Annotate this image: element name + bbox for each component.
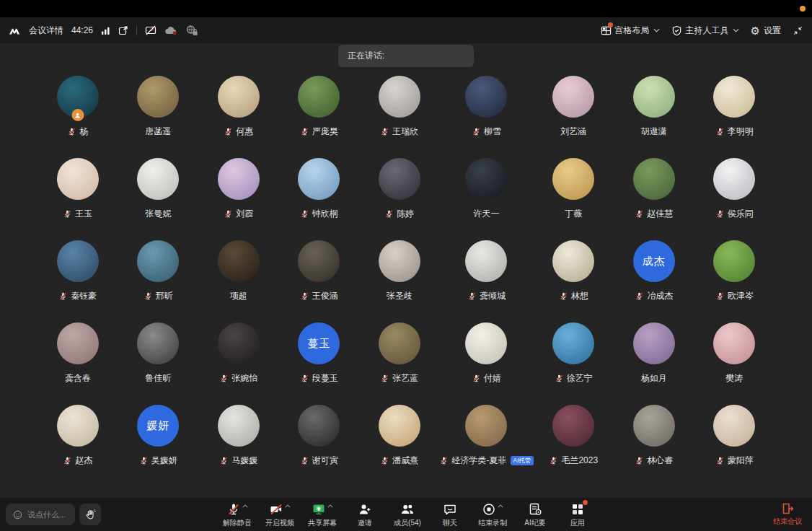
participant-cell[interactable]: 潘威熹 [359,405,439,487]
participant-cell[interactable]: 邢昕 [118,240,198,322]
participant-cell[interactable]: 蔓玉段蔓玉 [278,322,359,405]
raise-hand-button[interactable] [79,504,101,525]
end-recording-button[interactable]: 结束录制 [475,501,511,528]
layout-button[interactable]: 宫格布局 [601,25,660,37]
participant-cell[interactable]: 何惠 [198,76,279,158]
meeting-window: 会议详情 44:26 [0,0,812,531]
participants-grid: 杨唐菡遥何惠严庞昊王瑞欣柳雪刘艺涵胡遨潇李明明王玉张曼妮刘霞钟欣桐陈婷许天一丁薇… [0,43,812,498]
participant-cell[interactable]: 丁薇 [534,158,614,240]
unmute-button[interactable]: 解除静音 [219,501,255,528]
participant-cell[interactable]: 柳雪 [439,76,533,158]
ai-notes-button[interactable]: AI纪要 [517,501,553,528]
participant-cell[interactable]: 唐菡遥 [118,76,198,158]
participant-name: 胡遨潇 [641,126,667,138]
participant-name: 蒙阳萍 [728,455,754,467]
participant-cell[interactable]: 钟欣桐 [278,158,359,240]
participant-cell[interactable]: 付婧 [439,322,533,405]
participant-cell[interactable]: 秦钰豪 [37,240,118,322]
participant-name-row: 林想 [559,290,588,302]
participant-cell[interactable]: 侯乐同 [694,158,775,240]
participant-cell[interactable]: 王俊涵 [278,240,359,322]
participant-cell[interactable]: 徐艺宁 [534,322,614,405]
avatar [57,322,99,364]
participant-name: 项超 [230,290,247,302]
participant-cell[interactable]: 张艺蓝 [359,322,439,405]
members-button[interactable]: 成员(54) [389,501,425,528]
record-icon [482,502,496,517]
participant-cell[interactable]: 林心睿 [614,405,694,487]
end-meeting-button[interactable]: 结束会议 [773,501,802,527]
start-video-button[interactable]: 开启视频 [262,501,298,528]
participant-name-row: 毛兰2023 [549,455,598,467]
participant-cell[interactable]: 刘艺涵 [534,76,614,158]
screen-top-strip [0,0,812,17]
participant-name-row: 付婧 [472,372,501,385]
participant-cell[interactable]: 严庞昊 [278,76,359,158]
participant-cell[interactable]: 项超 [198,240,279,322]
participant-cell[interactable]: 谢可寅 [278,405,359,487]
participant-cell[interactable]: 王瑞欣 [359,76,439,158]
participant-name: 陈婷 [397,208,414,220]
network-signal-icon[interactable] [101,26,110,35]
participant-cell[interactable]: 马媛媛 [198,405,279,487]
participant-cell[interactable]: 刘霞 [198,158,279,240]
settings-button[interactable]: ⚙ 设置 [751,25,781,37]
chevron-up-icon[interactable] [285,504,291,508]
participant-cell[interactable]: 成杰冶成杰 [614,240,694,322]
participant-cell[interactable]: 媛妍吴媛妍 [118,405,198,487]
invite-button[interactable]: 邀请 [347,501,383,528]
participant-name: 钟欣桐 [312,208,338,220]
host-tools-button[interactable]: 主持人工具 [671,25,739,37]
participant-cell[interactable]: 王玉 [37,158,118,240]
participant-cell[interactable]: 张圣歧 [359,240,439,322]
participant-name-row: 王玉 [63,208,92,220]
participant-name-row: 刘艺涵 [560,126,586,138]
chevron-up-icon[interactable] [242,504,248,508]
meeting-details-link[interactable]: 会议详情 [29,25,63,37]
popout-window-icon[interactable] [118,25,128,35]
chevron-down-icon [653,28,660,32]
participant-cell[interactable]: 李明明 [694,76,775,158]
mic-muted-icon [635,209,644,219]
avatar [552,322,594,364]
participant-cell[interactable]: 杨如月 [614,322,694,405]
chat-button[interactable]: 聊天 [432,501,468,528]
participant-cell[interactable]: 林想 [534,240,614,322]
participant-name-row: 马媛媛 [219,455,257,467]
participant-cell[interactable]: 杨 [37,76,118,158]
interpretation-lock-icon[interactable] [185,25,198,36]
participant-name: 王俊涵 [312,290,338,302]
chevron-up-icon[interactable] [327,504,333,508]
avatar [137,158,179,200]
whiteboard-disabled-icon[interactable] [145,25,156,36]
participant-cell[interactable]: 樊涛 [694,322,775,405]
participant-cell[interactable]: 赵佳慧 [614,158,694,240]
raised-hand-icon [84,509,97,521]
participant-cell[interactable]: 毛兰2023 [534,405,614,487]
chevron-up-icon[interactable] [498,504,503,508]
quick-message-input[interactable]: 说点什么... [6,504,75,525]
participant-cell[interactable]: 张曼妮 [118,158,198,240]
participant-cell[interactable]: 龚含春 [37,322,118,405]
share-screen-button[interactable]: 共享屏幕 [304,501,340,528]
toolbar-button-label: 结束录制 [478,518,507,528]
participant-cell[interactable]: 陈婷 [359,158,439,240]
participant-cell[interactable]: 经济学类-夏菲AI托管 [439,405,533,487]
participant-cell[interactable]: 欧津岑 [694,240,775,322]
participant-cell[interactable]: 许天一 [439,158,533,240]
apps-button[interactable]: 应用 [560,501,596,528]
exit-fullscreen-icon[interactable] [793,25,803,36]
participant-cell[interactable]: 胡遨潇 [614,76,694,158]
participant-name-row: 段蔓玉 [300,372,338,385]
participant-name: 许天一 [473,208,499,220]
participant-cell[interactable]: 鲁佳昕 [118,322,198,405]
participant-name-row: 张婉怡 [219,372,257,385]
participant-cell[interactable]: 蒙阳萍 [694,405,775,487]
participant-cell[interactable]: 龚倾城 [439,240,533,322]
mic-muted-icon [549,456,558,465]
participant-name-row: 丁薇 [565,208,582,220]
participant-cell[interactable]: 赵杰 [37,405,118,487]
participant-cell[interactable]: 张婉怡 [198,322,279,405]
cloud-record-icon[interactable] [164,25,177,35]
participant-name-row: 严庞昊 [300,126,338,138]
